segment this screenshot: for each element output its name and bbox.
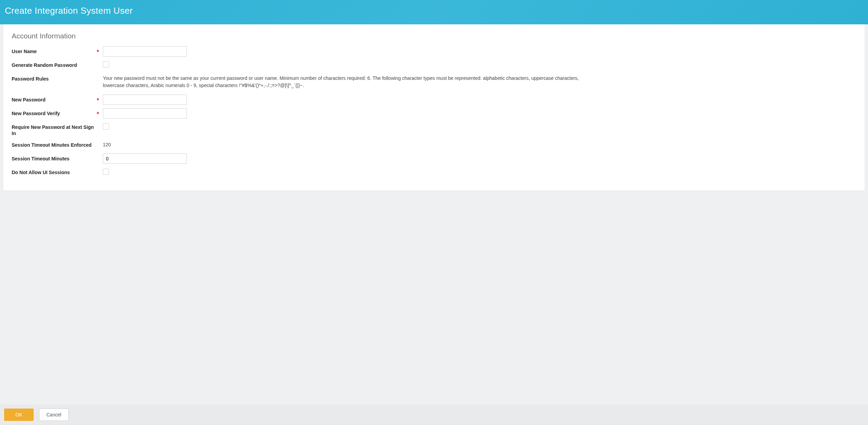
- footer-action-bar: OK Cancel: [0, 404, 868, 425]
- row-session-timeout-minutes: Session Timeout Minutes: [12, 154, 856, 164]
- page-header: Create Integration System User: [0, 0, 868, 24]
- label-new-password-verify: New Password Verify: [12, 108, 97, 117]
- required-asterisk-icon: *: [97, 46, 103, 55]
- new-password-verify-input[interactable]: [103, 108, 187, 119]
- row-generate-random-password: Generate Random Password: [12, 60, 856, 70]
- label-new-password: New Password: [12, 95, 97, 103]
- row-new-password-verify: New Password Verify *: [12, 108, 856, 119]
- cancel-button[interactable]: Cancel: [39, 409, 69, 421]
- session-timeout-minutes-input[interactable]: [103, 154, 187, 164]
- row-password-rules: Password Rules Your new password must no…: [12, 74, 856, 89]
- row-username: User Name *: [12, 46, 856, 57]
- generate-random-password-checkbox[interactable]: [103, 61, 109, 68]
- row-new-password: New Password *: [12, 95, 856, 105]
- form-card: Account Information User Name * Generate…: [3, 24, 865, 191]
- required-asterisk-icon: *: [97, 95, 103, 104]
- ok-button[interactable]: OK: [4, 409, 34, 421]
- label-generate-random-password: Generate Random Password: [12, 60, 97, 68]
- new-password-input[interactable]: [103, 95, 187, 105]
- label-username: User Name: [12, 46, 97, 54]
- required-asterisk-icon: *: [97, 108, 103, 117]
- username-input[interactable]: [103, 46, 187, 57]
- require-new-password-checkbox[interactable]: [103, 123, 109, 130]
- row-session-timeout-enforced: Session Timeout Minutes Enforced 120: [12, 140, 856, 150]
- row-do-not-allow-ui: Do Not Allow UI Sessions: [12, 167, 856, 178]
- label-do-not-allow-ui: Do Not Allow UI Sessions: [12, 167, 97, 175]
- label-session-timeout-enforced: Session Timeout Minutes Enforced: [12, 140, 97, 148]
- label-require-new-password: Require New Password at Next Sign In: [12, 122, 97, 136]
- row-require-new-password: Require New Password at Next Sign In: [12, 122, 856, 136]
- section-title: Account Information: [12, 32, 856, 40]
- password-rules-text: Your new password must not be the same a…: [103, 74, 590, 89]
- session-timeout-enforced-value: 120: [103, 140, 111, 147]
- label-session-timeout-minutes: Session Timeout Minutes: [12, 154, 97, 162]
- label-password-rules: Password Rules: [12, 74, 97, 82]
- page-title: Create Integration System User: [5, 5, 863, 16]
- do-not-allow-ui-checkbox[interactable]: [103, 169, 109, 175]
